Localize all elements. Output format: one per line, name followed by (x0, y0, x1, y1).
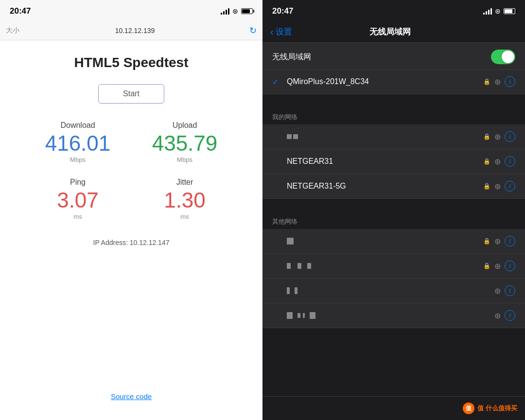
left-panel: 20:47 ⊛ 大小 ↻ HTML5 Speedtest Start Downl… (0, 0, 262, 420)
stats-grid: Download 416.01 Mbps Upload 435.79 Mbps … (34, 121, 228, 220)
ping-unit: ms (34, 213, 122, 220)
wifi-signal-o4: ⊛ (494, 311, 501, 320)
ping-label: Ping (34, 178, 122, 187)
wifi-signal-o3: ⊛ (494, 286, 501, 296)
wifi-signal-o1: ⊛ (494, 237, 501, 246)
address-size-label: 大小 (6, 26, 20, 35)
download-value: 416.01 (34, 133, 122, 154)
download-block: Download 416.01 Mbps (34, 121, 122, 163)
section-spacer-2 (262, 199, 525, 213)
other-networks-label: 其他网络 (262, 213, 525, 229)
wifi-signal-3: ⊛ (494, 182, 501, 191)
ip-address: IP Address: 10.12.12.147 (93, 239, 170, 246)
info-button-o1[interactable]: i (505, 236, 515, 246)
other-network-blurred-4 (287, 312, 315, 319)
network-name-2: NETGEAR31 (287, 157, 478, 166)
other-network-blurred-2 (287, 263, 311, 269)
other-network-item-3[interactable]: ⊛ i (262, 279, 525, 303)
info-button-o4[interactable]: i (505, 310, 515, 321)
source-code-link[interactable]: Source code (111, 392, 152, 401)
wifi-icon-left: ⊛ (232, 7, 238, 15)
time-left: 20:47 (10, 6, 31, 16)
upload-unit: Mbps (141, 156, 228, 163)
battery-icon-left (241, 8, 253, 14)
upload-label: Upload (141, 121, 228, 130)
other-network-4-icons: ⊛ i (494, 310, 515, 321)
checkmark-icon: ✓ (272, 77, 282, 87)
speedtest-content: HTML5 Speedtest Start Download 416.01 Mb… (0, 40, 262, 420)
jitter-value: 1.30 (141, 190, 228, 211)
other-network-item-2[interactable]: 🔒 ⊛ i (262, 254, 525, 279)
status-bar-left: 20:47 ⊛ (0, 0, 262, 21)
network-name-3: NETGEAR31-5G (287, 182, 478, 191)
download-unit: Mbps (34, 156, 122, 163)
other-network-blurred-3 (287, 287, 298, 294)
other-network-item-4[interactable]: ⊛ i (262, 303, 525, 328)
bottom-bar: 值 值 什么值得买 (262, 396, 525, 420)
time-right: 20:47 (272, 6, 293, 16)
download-label: Download (34, 121, 122, 130)
address-bar: 大小 ↻ (0, 21, 262, 40)
blurred-network-name-1 (287, 134, 298, 139)
wifi-signal-icon: ⊛ (494, 77, 501, 87)
wifi-section-label: 无线局域网 (272, 52, 311, 62)
lock-icon-o1: 🔒 (483, 238, 490, 245)
info-button-2[interactable]: i (505, 156, 515, 167)
nav-bar: ‹ 设置 无线局域网 (262, 21, 525, 43)
info-button-3[interactable]: i (505, 181, 515, 192)
status-icons-left: ⊛ (221, 7, 253, 15)
lock-icon: 🔒 (483, 78, 490, 85)
connected-network-icons: 🔒 ⊛ i (483, 76, 515, 87)
info-button-connected[interactable]: i (505, 76, 515, 87)
info-button-o3[interactable]: i (505, 285, 515, 296)
ping-value: 3.07 (34, 190, 122, 211)
lock-icon-3: 🔒 (483, 183, 490, 190)
network-3-icons: 🔒 ⊛ i (483, 181, 515, 192)
back-button[interactable]: ‹ 设置 (270, 26, 292, 37)
wifi-list: 无线局域网 ✓ QMiroPlus-201W_8C34 🔒 ⊛ i 我的网络 (262, 43, 525, 396)
chevron-left-icon: ‹ (270, 26, 274, 37)
wifi-toggle[interactable] (491, 50, 515, 64)
lock-icon-1: 🔒 (483, 133, 490, 140)
info-button-1[interactable]: i (505, 131, 515, 142)
section-spacer-1 (262, 94, 525, 109)
jitter-block: Jitter 1.30 ms (141, 178, 228, 220)
status-bar-right: 20:47 ⊛ (262, 0, 525, 21)
wifi-signal-1: ⊛ (494, 132, 501, 141)
battery-icon-right (504, 8, 515, 14)
other-network-3-icons: ⊛ i (494, 285, 515, 296)
lock-icon-o2: 🔒 (483, 262, 490, 269)
signal-icon (221, 8, 229, 15)
logo-text: 值 什么值得买 (477, 404, 517, 413)
other-network-1-icons: 🔒 ⊛ i (483, 236, 515, 246)
connected-network-item[interactable]: ✓ QMiroPlus-201W_8C34 🔒 ⊛ i (262, 70, 525, 94)
jitter-unit: ms (141, 213, 228, 220)
right-panel: 20:47 ⊛ ‹ 设置 无线局域网 无线局域网 (262, 0, 525, 420)
start-button[interactable]: Start (98, 84, 164, 104)
upload-value: 435.79 (141, 133, 228, 154)
my-networks-label: 我的网络 (262, 109, 525, 124)
back-label: 设置 (276, 26, 292, 37)
wifi-signal-2: ⊛ (494, 157, 501, 166)
my-network-item-1[interactable]: 🔒 ⊛ i (262, 124, 525, 149)
speedtest-title: HTML5 Speedtest (74, 55, 189, 70)
ping-block: Ping 3.07 ms (34, 178, 122, 220)
bottom-logo: 值 值 什么值得买 (463, 402, 517, 414)
other-network-item-1[interactable]: 🔒 ⊛ i (262, 229, 525, 254)
refresh-button[interactable]: ↻ (249, 25, 257, 36)
nav-title: 无线局域网 (292, 26, 488, 37)
other-network-2-icons: 🔒 ⊛ i (483, 261, 515, 271)
upload-block: Upload 435.79 Mbps (141, 121, 228, 163)
info-button-o2[interactable]: i (505, 261, 515, 271)
address-input[interactable] (25, 27, 245, 35)
signal-icon-right (483, 8, 492, 15)
other-network-blurred-1 (287, 238, 294, 245)
my-network-item-2[interactable]: NETGEAR31 🔒 ⊛ i (262, 149, 525, 174)
lock-icon-2: 🔒 (483, 158, 490, 165)
wifi-signal-o2: ⊛ (494, 262, 501, 271)
my-network-item-3[interactable]: NETGEAR31-5G 🔒 ⊛ i (262, 174, 525, 199)
network-2-icons: 🔒 ⊛ i (483, 156, 515, 167)
network-1-icons: 🔒 ⊛ i (483, 131, 515, 142)
connected-network-name: QMiroPlus-201W_8C34 (287, 77, 478, 86)
jitter-label: Jitter (141, 178, 228, 187)
